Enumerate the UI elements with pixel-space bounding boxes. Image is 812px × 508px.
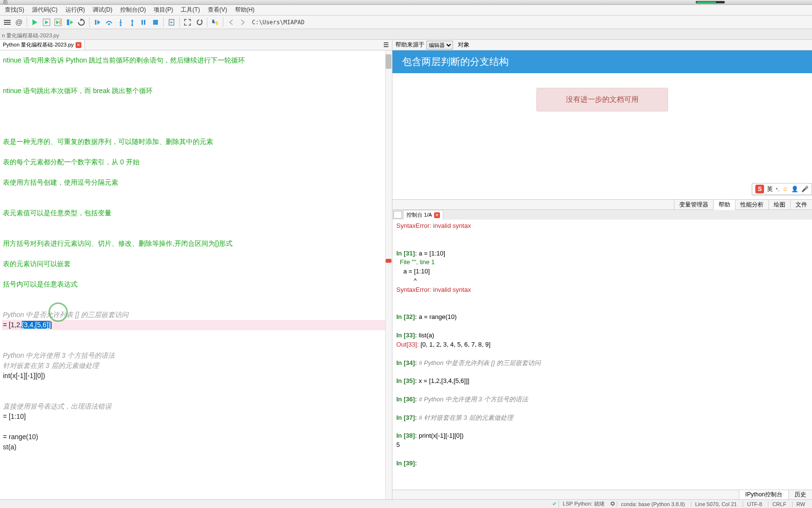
status-rw: RW: [792, 501, 809, 507]
status-conda-icon: ✪: [610, 501, 615, 507]
console-tab-label: 控制台 1/A: [406, 211, 432, 219]
nav-forward-button[interactable]: [237, 17, 248, 28]
toolbar-lines-icon[interactable]: [2, 17, 13, 28]
console-line: [396, 349, 808, 359]
window-titlebar: .8): [0, 0, 812, 5]
console-line: [396, 450, 808, 459]
nav-back-button[interactable]: [226, 17, 236, 28]
console-line: [396, 322, 808, 331]
console-line: File "", line 1: [396, 258, 808, 267]
tab-profiler[interactable]: 性能分析: [735, 200, 768, 210]
editor-line: st(a): [2, 442, 392, 452]
editor-line: [2, 147, 392, 157]
menu-tools[interactable]: 工具(T): [177, 5, 203, 15]
continue-button[interactable]: [139, 17, 149, 28]
debug-start-button[interactable]: [92, 17, 103, 28]
menu-run[interactable]: 运行(R): [62, 5, 89, 15]
console-line: SyntaxError: invalid syntax: [396, 222, 808, 231]
editor-tab-label: Python 量化编程基础-2023.py: [3, 41, 74, 48]
run-cell-button[interactable]: [41, 17, 52, 28]
tab-plots[interactable]: 绘图: [768, 200, 790, 210]
menu-project[interactable]: 项目(P): [150, 5, 177, 15]
step-into-button[interactable]: [115, 17, 126, 28]
editor-line: [2, 76, 392, 86]
editor-tabs: Python 量化编程基础-2023.py ✕ ☰: [0, 40, 392, 50]
run-again-button[interactable]: [76, 17, 87, 28]
menu-console[interactable]: 控制台(O): [116, 5, 150, 15]
menu-debug[interactable]: 调试(D): [89, 5, 116, 15]
console-line: a = [1:10]: [396, 267, 808, 276]
editor-line: Python 中是否允许列表 [] 的三层嵌套访问: [2, 310, 392, 320]
run-cell-advance-button[interactable]: [53, 17, 63, 28]
tab-history[interactable]: 历史: [788, 490, 812, 499]
smiley-icon[interactable]: ☺: [782, 186, 788, 192]
editor-line: [2, 289, 392, 300]
close-icon[interactable]: ✕: [434, 212, 440, 218]
console-window-icon[interactable]: [393, 211, 402, 219]
svg-rect-12: [95, 20, 96, 25]
python-icon[interactable]: [210, 17, 220, 28]
editor-line: [2, 330, 392, 340]
run-button[interactable]: [30, 17, 40, 28]
svg-rect-8: [60, 20, 61, 24]
svg-marker-3: [32, 19, 37, 25]
stop-button[interactable]: [150, 17, 161, 28]
svg-rect-0: [4, 20, 11, 21]
mic-icon[interactable]: 🎤: [801, 186, 809, 192]
tab-variable-explorer[interactable]: 变量管理器: [674, 200, 713, 210]
hamburger-icon[interactable]: ☰: [380, 40, 392, 49]
editor-tab-active[interactable]: Python 量化编程基础-2023.py ✕: [0, 40, 85, 50]
menu-help[interactable]: 帮助(H): [231, 5, 259, 15]
step-over-button[interactable]: [104, 17, 114, 28]
tab-ipython-console[interactable]: IPython控制台: [739, 490, 788, 499]
statusbar: ✔ LSP Python: 就绪 ✪ conda: base (Python 3…: [0, 499, 812, 508]
ipython-console[interactable]: SyntaxError: invalid syntax In [31]: a =…: [392, 220, 812, 490]
step-out-button[interactable]: [127, 17, 138, 28]
ime-lang-label[interactable]: 英: [767, 185, 773, 193]
help-source-dropdown[interactable]: 编辑器: [426, 41, 453, 49]
menubar: 查找(S) 源代码(C) 运行(R) 调试(D) 控制台(O) 项目(P) 工具…: [0, 5, 812, 16]
menu-view[interactable]: 查看(V): [204, 5, 231, 15]
editor-line: [2, 167, 392, 177]
debug-file-button[interactable]: [166, 17, 177, 28]
toolbar-separator: [89, 17, 90, 27]
editor-line: 表元素值可以是任意类型，包括变量: [2, 208, 392, 218]
editor-scrollbar[interactable]: [385, 50, 392, 499]
sogou-icon[interactable]: S: [755, 185, 764, 193]
code-editor[interactable]: ntinue 语句用来告诉 Python 跳过当前循环的剩余语句，然后继续进行下…: [0, 50, 392, 499]
toolbar-at-icon[interactable]: @: [14, 17, 24, 28]
ime-input-method-bar[interactable]: S 英 •, ☺ 👤 🎤: [752, 183, 812, 195]
editor-line: = [1,2,[3,4,[5,6]]]: [2, 320, 392, 330]
menu-source[interactable]: 源代码(C): [28, 5, 62, 15]
document-tab[interactable]: n 量化编程基础-2023.py: [2, 32, 59, 39]
help-source-label: 帮助来源于: [395, 41, 424, 49]
menu-find[interactable]: 查找(S): [1, 5, 28, 15]
svg-point-14: [108, 23, 110, 25]
maximize-icon[interactable]: [182, 17, 193, 28]
editor-line: = [1:10]: [2, 412, 392, 422]
console-line: In [39]:: [396, 459, 808, 468]
status-conda: conda: base (Python 3.8.8): [617, 501, 689, 507]
editor-line: [2, 188, 392, 198]
document-tabbar: n 量化编程基础-2023.py: [0, 29, 812, 40]
editor-line: [2, 65, 392, 76]
settings-icon[interactable]: [194, 17, 204, 28]
editor-line: [2, 422, 392, 432]
run-selection-button[interactable]: [64, 17, 75, 28]
editor-line: 直接使用冒号表达式，出现语法错误: [2, 401, 392, 412]
editor-line: Python 中允许使用 3 个方括号的语法: [2, 350, 392, 361]
tab-help[interactable]: 帮助: [713, 200, 735, 210]
console-line: [396, 423, 808, 432]
right-pane: 帮助来源于 编辑器 对象 包含两层判断的分支结构 没有进一步的文档可用 变量管理…: [392, 40, 812, 499]
titlebar-gauge-icon: [696, 1, 725, 3]
ime-extra: •,: [776, 186, 780, 192]
working-directory-path[interactable]: C:\Users\MIAPAD: [249, 18, 810, 27]
editor-line: 括号内可以是任意表达式: [2, 279, 392, 289]
help-object-label: 对象: [458, 41, 469, 49]
person-icon[interactable]: 👤: [791, 186, 798, 192]
svg-rect-19: [141, 20, 143, 25]
close-icon[interactable]: ✕: [76, 42, 81, 48]
console-tab-active[interactable]: 控制台 1/A ✕: [403, 210, 443, 220]
tab-files[interactable]: 文件: [790, 200, 812, 210]
toolbar-separator: [179, 17, 180, 27]
